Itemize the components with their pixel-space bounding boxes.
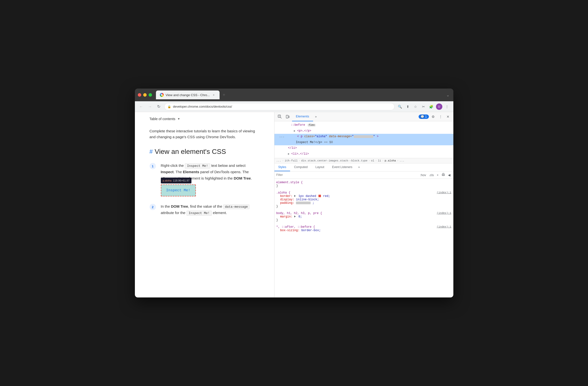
dom-line-li2[interactable]: ▶ <li>…</li>: [274, 151, 453, 157]
bc-li[interactable]: li: [378, 159, 381, 162]
elements-tab[interactable]: Elements: [292, 112, 313, 121]
new-tab-button[interactable]: +: [221, 92, 227, 98]
styles-tabs: Styles Computed Layout Event Listeners »: [274, 163, 453, 172]
svg-rect-3: [286, 115, 288, 118]
close-window-button[interactable]: [138, 93, 141, 96]
bc-end-ellipsis[interactable]: ...: [399, 159, 404, 162]
cls-button[interactable]: .cls: [428, 173, 435, 177]
forward-button[interactable]: →: [147, 103, 153, 110]
toc-label: Table of contents: [149, 117, 175, 121]
aloha-source[interactable]: (index):1: [437, 191, 451, 194]
window-chevron[interactable]: ⌄: [445, 93, 450, 97]
bookmark-button[interactable]: ☆: [412, 103, 419, 110]
aloha-selector: .aloha {: [276, 191, 291, 194]
tab-close-button[interactable]: ×: [212, 93, 216, 97]
profile-button[interactable]: U: [436, 103, 442, 110]
tooltip-dims: 118.96×61.97: [173, 178, 190, 183]
reload-button[interactable]: ↻: [155, 103, 162, 110]
title-bar: View and change CSS - Chro... × + ⌄: [135, 89, 453, 101]
styles-actions: :hov .cls + ◀: [419, 173, 451, 178]
expand-triangle-1[interactable]: ▶: [294, 130, 295, 132]
margin-prop: margin: 0;: [276, 215, 451, 218]
url-text: developer.chrome.com/docs/devtools/css/: [173, 105, 232, 108]
margin-triangle[interactable]: [294, 215, 296, 217]
console-badge[interactable]: 💬 1: [419, 115, 429, 119]
element-tooltip: p.aloha 118.96×61.97: [161, 178, 192, 184]
blurred-data-message: [354, 135, 373, 138]
step-1: 1 Right-click the Inspect Me! text below…: [149, 162, 259, 196]
bc-ol[interactable]: ol: [371, 159, 374, 162]
page-description: Complete these interactive tutorials to …: [149, 128, 259, 140]
dom-line-aloha[interactable]: ... < p class="aloha" data-message="" >: [274, 134, 453, 140]
lock-icon: 🔒: [168, 105, 171, 108]
more-styles-tabs[interactable]: »: [356, 163, 362, 171]
bc-p-aloha[interactable]: p.aloha: [385, 159, 396, 162]
dom-line-p1[interactable]: ▶ <p>…</p>: [274, 128, 453, 134]
border-prop: border: 1px dashed red;: [276, 194, 451, 198]
dom-ellipsis: ...: [276, 134, 285, 139]
badge-count: 1: [425, 115, 427, 118]
zoom-button[interactable]: 🔍: [397, 103, 403, 110]
maximize-window-button[interactable]: [148, 93, 152, 96]
body-rule: body, h1, h2, h3, p, pre { (index):1 mar…: [276, 212, 451, 222]
dom-breadcrumb: ... › ith-full › div.stack.center-images…: [274, 158, 453, 163]
computed-tab[interactable]: Computed: [290, 163, 311, 171]
universal-source[interactable]: (index):1: [437, 225, 451, 228]
more-options-button[interactable]: ⋮: [437, 113, 444, 120]
styles-tab[interactable]: Styles: [274, 163, 290, 171]
inspect-me-badge-3: Inspect Me!: [187, 211, 212, 216]
bc-div-stack[interactable]: div.stack.center-images.stack--block.typ…: [301, 159, 367, 162]
element-picker-button[interactable]: [276, 113, 283, 120]
svg-rect-7: [442, 175, 444, 176]
sidebar-toggle-button[interactable]: ◀: [447, 173, 451, 177]
data-message-code: data-message: [223, 205, 250, 209]
tab-bar: View and change CSS - Chro... × +: [156, 91, 443, 99]
add-style-button[interactable]: +: [436, 173, 440, 177]
badge-icon: 💬: [420, 115, 424, 118]
event-listeners-tab[interactable]: Event Listeners: [328, 163, 357, 171]
back-button[interactable]: ←: [138, 103, 145, 110]
settings-button[interactable]: ⚙: [430, 113, 437, 120]
expand-triangle-2[interactable]: ▶: [288, 153, 290, 155]
bc-ith-full[interactable]: ith-full: [285, 159, 298, 162]
svg-line-1: [281, 117, 281, 118]
browser-window: View and change CSS - Chro... × + ⌄ ← → …: [135, 89, 453, 297]
extensions-button[interactable]: ✂: [420, 103, 427, 110]
border-triangle[interactable]: [294, 195, 296, 197]
css-rules: element.style { } .aloha { (index):1 bor…: [274, 179, 453, 297]
dom-tag-li-close: </li>: [288, 146, 297, 150]
extensions-puzzle[interactable]: 🧩: [428, 103, 435, 110]
step-2-content: In the DOM Tree, find the value of the d…: [161, 203, 259, 216]
layout-tab[interactable]: Layout: [312, 163, 328, 171]
dom-tag-li2: <li>…</li>: [291, 152, 309, 155]
close-devtools-button[interactable]: ✕: [444, 113, 451, 120]
dom-line-before: ::before flex: [274, 122, 453, 128]
blurred-padding: [296, 202, 311, 204]
dollar-zero: == $0: [324, 141, 333, 144]
inspect-me-element[interactable]: Inspect Me!: [161, 184, 196, 197]
bc-ellipsis[interactable]: ...: [276, 159, 281, 162]
device-toolbar-button[interactable]: [284, 113, 291, 120]
styles-filter-bar: :hov .cls + ◀: [274, 172, 453, 179]
body-source[interactable]: (index):1: [437, 212, 451, 214]
tab-title: View and change CSS - Chro...: [166, 93, 210, 97]
svg-rect-4: [288, 116, 289, 118]
share-button[interactable]: ⬆: [404, 103, 411, 110]
address-bar[interactable]: 🔒 developer.chrome.com/docs/devtools/css…: [164, 103, 395, 110]
print-style-button[interactable]: [441, 173, 446, 178]
hov-button[interactable]: :hov: [419, 173, 427, 177]
minimize-window-button[interactable]: [143, 93, 147, 96]
styles-filter-input[interactable]: [276, 173, 417, 177]
body-selector: body, h1, h2, h3, p, pre {: [276, 212, 322, 215]
toc-header[interactable]: Table of contents ▼: [149, 117, 259, 121]
box-sizing-prop: box-sizing: border-box;: [276, 229, 451, 232]
aloha-rule: .aloha { (index):1 border: 1px dashed re…: [276, 191, 451, 208]
more-tabs-button[interactable]: »: [313, 115, 319, 118]
universal-selector: *, ::after, ::before {: [276, 225, 315, 229]
step-number-1: 1: [149, 163, 156, 169]
element-style-rule: element.style { }: [276, 181, 451, 188]
more-menu-button[interactable]: ⋮: [443, 103, 450, 110]
active-tab[interactable]: View and change CSS - Chro... ×: [156, 91, 220, 99]
red-color-swatch: [318, 195, 321, 197]
devtools-tabs: Elements »: [292, 112, 319, 121]
